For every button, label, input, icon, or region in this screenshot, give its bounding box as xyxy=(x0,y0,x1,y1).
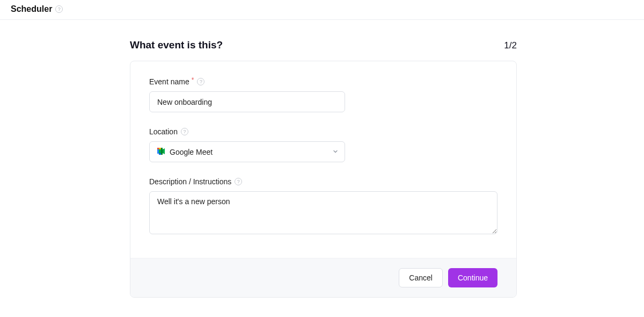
continue-button[interactable]: Continue xyxy=(448,268,497,287)
top-header: Scheduler ? xyxy=(0,0,644,20)
location-label-text: Location xyxy=(149,127,178,136)
svg-rect-4 xyxy=(161,148,163,155)
svg-rect-1 xyxy=(159,148,161,149)
form-body: Event name * ? Location ? xyxy=(130,61,516,258)
required-indicator: * xyxy=(192,76,194,84)
svg-rect-0 xyxy=(157,149,159,154)
location-group: Location ? xyxy=(149,127,497,162)
heading-row: What event is this? 1/2 xyxy=(130,39,517,51)
page-title: Scheduler xyxy=(11,4,52,14)
event-name-label-text: Event name xyxy=(149,77,189,86)
svg-rect-2 xyxy=(159,149,161,153)
page-content: What event is this? 1/2 Event name * ? L… xyxy=(0,20,644,298)
form-footer: Cancel Continue xyxy=(130,258,516,297)
form-heading: What event is this? xyxy=(130,39,223,51)
cancel-button[interactable]: Cancel xyxy=(399,268,443,287)
location-select[interactable]: Google Meet xyxy=(149,141,345,162)
help-icon[interactable]: ? xyxy=(235,178,242,185)
svg-rect-5 xyxy=(157,148,159,149)
step-indicator: 1/2 xyxy=(504,40,517,51)
event-name-label: Event name * ? xyxy=(149,77,497,86)
event-name-group: Event name * ? xyxy=(149,77,497,112)
event-name-input[interactable] xyxy=(149,91,345,112)
location-label: Location ? xyxy=(149,127,497,136)
help-icon[interactable]: ? xyxy=(55,5,63,13)
location-value: Google Meet xyxy=(170,148,213,156)
description-label-text: Description / Instructions xyxy=(149,177,231,186)
google-meet-icon xyxy=(157,148,165,156)
description-group: Description / Instructions ? xyxy=(149,177,497,236)
description-input[interactable] xyxy=(149,191,497,234)
help-icon[interactable]: ? xyxy=(197,78,204,85)
svg-rect-3 xyxy=(159,153,161,155)
help-icon[interactable]: ? xyxy=(181,128,188,135)
location-select-wrap: Google Meet xyxy=(149,141,345,162)
description-label: Description / Instructions ? xyxy=(149,177,497,186)
event-form-card: Event name * ? Location ? xyxy=(130,61,517,298)
